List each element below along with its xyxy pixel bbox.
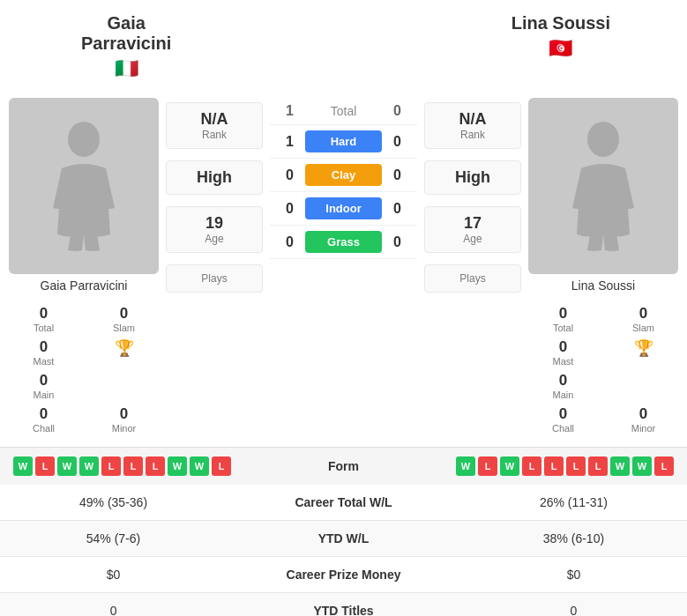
total-right-score: 0 <box>386 103 408 119</box>
right-form-badge-5: L <box>566 456 586 476</box>
surface-row-hard: 1 Hard 0 <box>270 125 417 159</box>
right-trophy-icon: 🏆 <box>634 338 653 358</box>
comparison-row-3: 0 YTD Titles 0 <box>0 593 687 617</box>
comparison-label-3: YTD Titles <box>227 593 460 617</box>
surface-right-score-1: 0 <box>386 167 408 183</box>
surface-row-indoor: 0 Indoor 0 <box>270 192 417 226</box>
right-card-panel: N/A Rank High 17 Age Plays <box>424 98 521 293</box>
comparison-label-2: Career Prize Money <box>227 557 460 593</box>
left-form-badge-9: L <box>212 456 231 476</box>
surface-row-clay: 0 Clay 0 <box>270 159 417 192</box>
comparison-right-1: 38% (6-10) <box>460 521 687 557</box>
comparison-right-0: 26% (11-31) <box>460 485 687 521</box>
left-player-photo <box>9 98 159 274</box>
right-minor-value: 0 <box>639 405 647 423</box>
surface-left-score-3: 0 <box>279 234 301 250</box>
left-silhouette-icon <box>49 120 119 252</box>
right-chall-label: Chall <box>552 423 574 434</box>
right-player-name-below: Lina Soussi <box>571 278 635 293</box>
right-chall-value: 0 <box>559 405 567 423</box>
left-form-badge-2: W <box>57 456 77 476</box>
left-player-stats: 0 Total 0 Slam 0 Mast 🏆 <box>9 300 159 434</box>
form-section: WLWWLLLWWL Form WLWLLLLWWL <box>0 447 687 485</box>
right-form-badge-8: W <box>632 456 652 476</box>
right-form-badge-2: W <box>500 456 519 476</box>
right-minor-label: Minor <box>631 423 656 434</box>
left-chall-label: Chall <box>33 423 55 434</box>
left-age-label: Age <box>177 233 251 245</box>
left-form-badge-8: W <box>190 456 209 476</box>
surface-row-grass: 0 Grass 0 <box>270 226 417 259</box>
surface-right-score-0: 0 <box>386 134 408 150</box>
left-form-box: High <box>166 160 263 195</box>
left-main-value: 0 <box>40 372 48 390</box>
comparison-left-2: $0 <box>0 557 227 593</box>
left-card-panel: N/A Rank High 19 Age Plays <box>166 98 263 293</box>
right-plays-box: Plays <box>424 264 521 293</box>
surface-right-score-3: 0 <box>386 234 408 250</box>
comparison-row-2: $0 Career Prize Money $0 <box>0 557 687 593</box>
right-slam-label: Slam <box>632 323 654 333</box>
left-form-badge-6: L <box>146 456 165 476</box>
right-player-flag: 🇹🇳 <box>452 37 669 60</box>
right-main-label: Main <box>553 390 574 400</box>
comparison-label-1: YTD W/L <box>227 521 460 557</box>
right-form-badge-1: L <box>478 456 497 476</box>
right-plays-label: Plays <box>436 272 510 285</box>
svg-point-0 <box>68 122 100 157</box>
left-form-badge-1: L <box>35 456 55 476</box>
form-section-label: Form <box>291 459 397 473</box>
right-age-value: 17 <box>436 214 510 233</box>
surface-badge-indoor: Indoor <box>305 197 382 219</box>
surface-left-score-0: 1 <box>279 134 301 150</box>
comparison-left-1: 54% (7-6) <box>0 521 227 557</box>
left-plays-box: Plays <box>166 264 263 293</box>
svg-point-1 <box>587 122 619 157</box>
comparison-row-0: 49% (35-36) Career Total W/L 26% (11-31) <box>0 485 687 521</box>
left-slam-value: 0 <box>120 305 128 323</box>
right-form-badge-3: L <box>522 456 541 476</box>
right-form-badge-0: W <box>456 456 475 476</box>
surface-badge-grass: Grass <box>305 231 382 253</box>
left-player-name-below: Gaia Parravicini <box>41 278 128 293</box>
right-form-value: High <box>436 168 510 187</box>
right-mast-value: 0 <box>559 338 567 356</box>
right-form-badge-4: L <box>544 456 564 476</box>
surface-right-score-2: 0 <box>386 201 408 217</box>
right-mast-label: Mast <box>553 356 574 367</box>
stats-comparison-table: 49% (35-36) Career Total W/L 26% (11-31)… <box>0 485 687 616</box>
comparison-left-0: 49% (35-36) <box>0 485 227 521</box>
right-silhouette-icon <box>568 120 638 252</box>
comparison-right-2: $0 <box>460 557 687 593</box>
comparison-label-0: Career Total W/L <box>227 485 460 521</box>
left-slam-label: Slam <box>113 323 135 333</box>
right-total-value: 0 <box>559 305 567 323</box>
left-form-badge-7: W <box>168 456 187 476</box>
left-main-label: Main <box>34 390 55 400</box>
main-container: Gaia Parravicini 🇮🇹 Lina Soussi 🇹🇳 <box>0 0 687 616</box>
left-chall-value: 0 <box>40 405 48 423</box>
right-form-badge-7: W <box>610 456 630 476</box>
right-player-header-name: Lina Soussi <box>452 13 669 33</box>
left-total-value: 0 <box>40 305 48 323</box>
right-form-badges: WLWLLLLWWL <box>397 456 675 476</box>
comparison-right-3: 0 <box>460 593 687 617</box>
right-rank-box: N/A Rank <box>424 102 521 149</box>
left-total-label: Total <box>34 323 54 333</box>
surface-badge-clay: Clay <box>305 164 382 186</box>
right-age-box: 17 Age <box>424 206 521 253</box>
left-form-badge-3: W <box>79 456 99 476</box>
right-rank-label: Rank <box>436 129 510 141</box>
left-age-value: 19 <box>177 214 251 233</box>
right-player-area: Lina Soussi 0 Total 0 Slam 0 Mast <box>528 98 678 434</box>
left-plays-label: Plays <box>177 272 251 285</box>
right-main-value: 0 <box>559 372 567 390</box>
left-form-badge-0: W <box>13 456 33 476</box>
left-minor-label: Minor <box>112 423 137 434</box>
right-form-badge-9: L <box>654 456 674 476</box>
total-label: Total <box>331 104 357 118</box>
right-form-box: High <box>424 160 521 195</box>
surface-left-score-1: 0 <box>279 167 301 183</box>
left-mast-label: Mast <box>34 356 55 367</box>
right-total-label: Total <box>553 323 573 333</box>
